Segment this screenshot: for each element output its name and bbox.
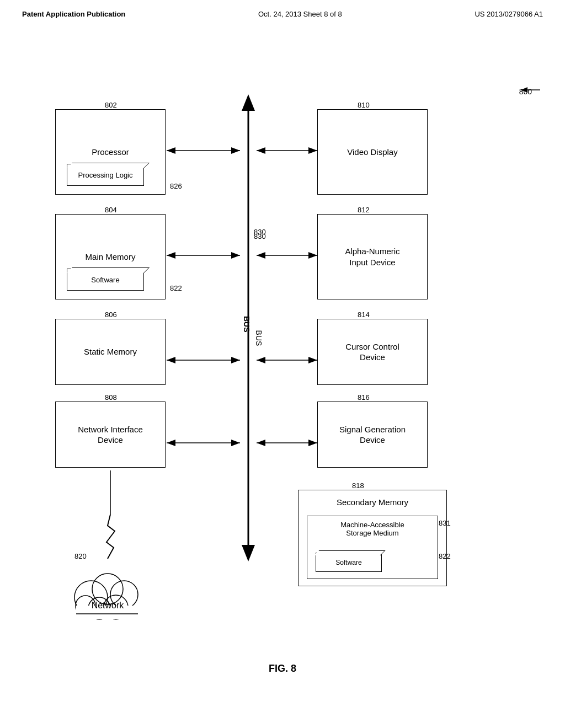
main-memory-3d-top	[67, 267, 150, 273]
ref-814: 814	[358, 311, 370, 319]
main-memory-software-label: Software	[91, 276, 119, 284]
ref-820: 820	[74, 552, 87, 560]
svg-marker-12	[167, 357, 175, 363]
main-memory-label: Main Memory	[86, 251, 136, 263]
svg-marker-40	[521, 87, 527, 93]
secondary-memory-box: Secondary Memory Machine-Accessible Stor…	[298, 490, 447, 586]
static-memory-box: Static Memory	[55, 319, 166, 385]
secondary-software-3d	[315, 550, 386, 555]
svg-marker-18	[257, 147, 265, 154]
processing-logic-label: Processing Logic	[78, 171, 133, 179]
secondary-memory-label: Secondary Memory	[299, 497, 446, 508]
processor-box: Processor Processing Logic	[55, 109, 166, 195]
machine-accessible-box: Machine-Accessible Storage Medium Softwa…	[307, 516, 438, 579]
ref-806: 806	[105, 311, 117, 319]
ref-804: 804	[105, 206, 117, 214]
processor-label: Processor	[92, 147, 129, 158]
network-interface-box: Network Interface Device	[55, 402, 166, 468]
ref-812: 812	[358, 206, 370, 214]
ref-830: 830	[254, 228, 266, 236]
svg-marker-6	[167, 147, 175, 154]
ref-818: 818	[352, 481, 364, 490]
svg-marker-19	[308, 147, 317, 154]
figure-label: FIG. 8	[269, 663, 296, 675]
ref-822-main: 822	[170, 284, 182, 292]
svg-text:Network: Network	[92, 601, 125, 610]
svg-marker-15	[167, 440, 175, 446]
signal-generation-label: Signal Generation Device	[339, 424, 406, 446]
svg-marker-13	[231, 357, 240, 363]
network-interface-label: Network Interface Device	[78, 424, 143, 446]
processing-logic-3d-top	[67, 163, 150, 168]
svg-marker-27	[257, 440, 265, 446]
secondary-software-box: Software	[316, 553, 382, 572]
cursor-control-label: Cursor Control Device	[345, 341, 399, 363]
svg-marker-25	[308, 357, 317, 363]
cursor-control-box: Cursor Control Device	[317, 319, 428, 385]
svg-marker-21	[257, 252, 265, 259]
svg-marker-22	[308, 252, 317, 259]
signal-generation-box: Signal Generation Device	[317, 402, 428, 468]
video-display-label: Video Display	[347, 147, 397, 158]
machine-accessible-label: Machine-Accessible Storage Medium	[340, 521, 404, 537]
main-memory-box: Main Memory Software	[55, 214, 166, 299]
svg-marker-16	[231, 440, 240, 446]
ref-808: 808	[105, 393, 117, 402]
ref-826: 826	[170, 182, 182, 190]
svg-text:BUS: BUS	[254, 330, 263, 346]
bus-label: BUS	[242, 316, 251, 333]
svg-marker-9	[167, 252, 175, 259]
secondary-software-label: Software	[335, 559, 361, 566]
svg-marker-10	[231, 252, 240, 259]
header-center: Oct. 24, 2013 Sheet 8 of 8	[258, 10, 342, 18]
svg-marker-24	[257, 357, 265, 363]
header-left: Patent Application Publication	[22, 10, 125, 18]
ref-810: 810	[358, 101, 370, 109]
alpha-numeric-label: Alpha-Numeric Input Device	[345, 246, 399, 267]
svg-marker-1	[242, 94, 255, 111]
header-right: US 2013/0279066 A1	[475, 10, 543, 18]
svg-marker-7	[231, 147, 240, 154]
svg-marker-2	[242, 545, 255, 561]
alpha-numeric-box: Alpha-Numeric Input Device	[317, 214, 428, 299]
page: Patent Application Publication Oct. 24, …	[0, 0, 565, 728]
header: Patent Application Publication Oct. 24, …	[0, 0, 565, 24]
diagram-area: BUS 830	[0, 24, 565, 686]
ref-822-secondary: 822	[439, 552, 451, 560]
ref-802: 802	[105, 101, 117, 109]
network-cloud-svg: Network	[55, 553, 166, 630]
ref-831: 831	[439, 519, 451, 527]
video-display-box: Video Display	[317, 109, 428, 195]
static-memory-label: Static Memory	[84, 346, 137, 357]
ref-816: 816	[358, 393, 370, 402]
svg-marker-28	[308, 440, 317, 446]
